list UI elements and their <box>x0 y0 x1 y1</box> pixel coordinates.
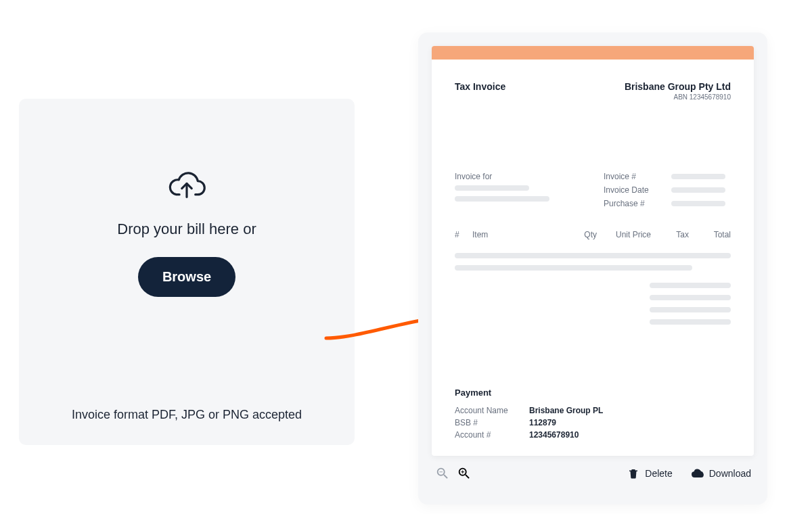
placeholder-line <box>455 196 549 202</box>
trash-icon <box>627 467 639 480</box>
col-item: Item <box>472 230 559 239</box>
cloud-upload-icon <box>167 170 206 202</box>
placeholder-line <box>671 187 725 193</box>
zoom-out-icon <box>435 466 450 481</box>
browse-button[interactable]: Browse <box>138 257 235 297</box>
bsb-label: BSB # <box>455 418 529 427</box>
invoice-date-label: Invoice Date <box>604 185 656 195</box>
zoom-in-icon <box>457 466 472 481</box>
bsb-value: 112879 <box>529 418 731 427</box>
placeholder-line <box>455 265 692 271</box>
delete-button[interactable]: Delete <box>627 467 672 480</box>
zoom-out-button[interactable] <box>434 465 451 482</box>
placeholder-line <box>455 185 529 191</box>
invoice-accent-bar <box>432 46 754 60</box>
accepted-formats-hint: Invoice format PDF, JPG or PNG accepted <box>72 408 302 422</box>
company-abn: ABN 12345678910 <box>625 93 731 101</box>
col-total: Total <box>694 230 731 239</box>
col-unit-price: Unit Price <box>602 230 651 239</box>
placeholder-line <box>650 319 731 325</box>
zoom-in-button[interactable] <box>456 465 472 482</box>
account-name-value: Brisbane Group PL <box>529 406 731 415</box>
invoice-page: Tax Invoice Brisbane Group Pty Ltd ABN 1… <box>432 46 754 456</box>
download-button[interactable]: Download <box>692 467 751 480</box>
placeholder-line <box>650 307 731 312</box>
col-num: # <box>455 230 467 239</box>
invoice-for-label: Invoice for <box>455 172 563 181</box>
col-tax: Tax <box>656 230 689 239</box>
account-number-value: 12345678910 <box>529 430 731 440</box>
placeholder-line <box>671 174 725 179</box>
purchase-number-label: Purchase # <box>604 199 656 208</box>
delete-label: Delete <box>645 468 672 479</box>
payment-title: Payment <box>455 388 731 398</box>
invoice-number-label: Invoice # <box>604 172 656 181</box>
account-number-label: Account # <box>455 430 529 440</box>
col-qty: Qty <box>564 230 597 239</box>
account-name-label: Account Name <box>455 406 529 415</box>
download-label: Download <box>709 468 751 479</box>
invoice-preview-panel: Tax Invoice Brisbane Group Pty Ltd ABN 1… <box>418 32 767 505</box>
placeholder-line <box>650 283 731 288</box>
invoice-title: Tax Invoice <box>455 81 505 92</box>
drop-instruction: Drop your bill here or <box>117 220 256 238</box>
company-name: Brisbane Group Pty Ltd <box>625 81 731 92</box>
placeholder-line <box>455 253 731 258</box>
cloud-download-icon <box>692 467 704 480</box>
invoice-company: Brisbane Group Pty Ltd ABN 12345678910 <box>625 81 731 101</box>
placeholder-line <box>650 295 731 300</box>
upload-dropzone[interactable]: Drop your bill here or Browse Invoice fo… <box>19 99 355 445</box>
placeholder-line <box>671 201 725 206</box>
preview-toolbar: Delete Download <box>432 456 754 491</box>
line-items-header: # Item Qty Unit Price Tax Total <box>455 227 731 246</box>
